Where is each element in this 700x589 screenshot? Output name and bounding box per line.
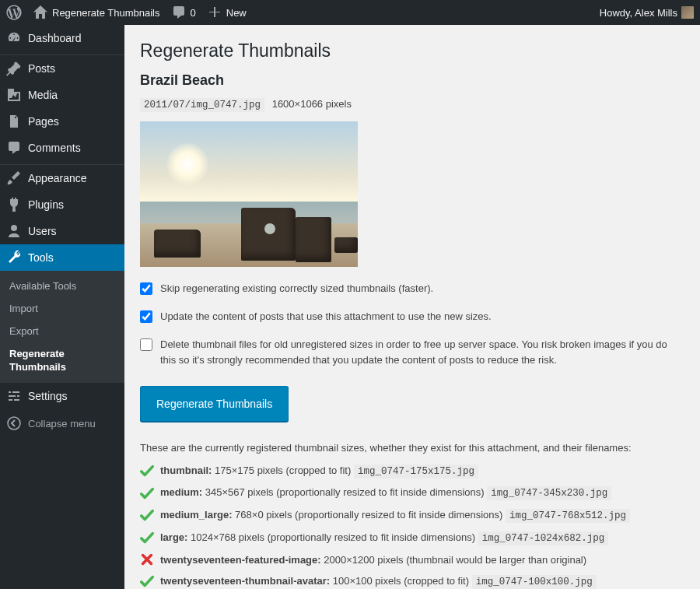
sidebar-item-plugins[interactable]: Plugins bbox=[0, 191, 124, 218]
plug-icon bbox=[6, 197, 22, 212]
checkbox-delete-label: Delete thumbnail files for old unregiste… bbox=[160, 337, 684, 368]
size-filename: img_0747-768x512.jpg bbox=[506, 509, 630, 523]
comment-icon bbox=[171, 5, 187, 20]
sidebar-label: Appearance bbox=[28, 172, 87, 184]
checkmark-icon bbox=[140, 531, 154, 545]
page-content: Regenerate Thumbnails Brazil Beach 2011/… bbox=[124, 25, 700, 589]
size-name: twentyseventeen-thumbnail-avatar: bbox=[160, 575, 330, 587]
checkbox-skip-existing[interactable] bbox=[140, 282, 152, 295]
comments-count: 0 bbox=[191, 7, 196, 19]
admin-sidebar: Dashboard Posts Media Pages Comments App… bbox=[0, 25, 124, 589]
checkmark-icon bbox=[140, 464, 154, 478]
sidebar-item-posts[interactable]: Posts bbox=[0, 55, 124, 82]
collapse-icon bbox=[6, 415, 22, 431]
admin-bar: Regenerate Thumbnails 0 New Howdy, Alex … bbox=[0, 0, 700, 25]
sidebar-label: Pages bbox=[28, 115, 59, 128]
file-path: 2011/07/img_0747.jpg bbox=[140, 98, 264, 112]
file-info: 2011/07/img_0747.jpg 1600×1066 pixels bbox=[140, 98, 684, 110]
wordpress-logo-icon[interactable] bbox=[6, 5, 22, 20]
size-name: medium: bbox=[160, 486, 202, 498]
size-text: thumbnail: 175×175 pixels (cropped to fi… bbox=[160, 463, 684, 479]
sidebar-label: Plugins bbox=[28, 198, 64, 211]
sidebar-label: Media bbox=[28, 89, 58, 101]
sizes-intro: These are the currently registered thumb… bbox=[140, 442, 684, 454]
attachment-preview bbox=[140, 121, 358, 267]
page-title: Regenerate Thumbnails bbox=[140, 40, 684, 61]
sidebar-item-settings[interactable]: Settings bbox=[0, 383, 124, 409]
size-row: twentyseventeen-featured-image: 2000×120… bbox=[140, 552, 684, 568]
submenu-item-available-tools[interactable]: Available Tools bbox=[0, 275, 124, 298]
media-icon bbox=[6, 87, 22, 103]
size-row: large: 1024×768 pixels (proportionally r… bbox=[140, 530, 684, 546]
user-icon bbox=[6, 223, 22, 239]
checkmark-icon bbox=[140, 508, 154, 522]
submenu-item-import[interactable]: Import bbox=[0, 298, 124, 321]
site-name: Regenerate Thumbnails bbox=[52, 7, 160, 19]
file-dimensions: 1600×1066 pixels bbox=[272, 98, 352, 110]
sidebar-item-users[interactable]: Users bbox=[0, 218, 124, 244]
wrench-icon bbox=[6, 250, 22, 265]
sidebar-label: Dashboard bbox=[28, 32, 82, 44]
sidebar-item-comments[interactable]: Comments bbox=[0, 135, 124, 161]
sizes-list: thumbnail: 175×175 pixels (cropped to fi… bbox=[140, 463, 684, 589]
sidebar-label: Users bbox=[28, 225, 57, 237]
site-link[interactable]: Regenerate Thumbnails bbox=[33, 5, 160, 20]
size-row: twentyseventeen-thumbnail-avatar: 100×10… bbox=[140, 573, 684, 589]
size-text: medium: 345×567 pixels (proportionally r… bbox=[160, 485, 684, 501]
checkbox-update-posts[interactable] bbox=[140, 310, 152, 323]
svg-point-0 bbox=[8, 417, 20, 429]
account-link[interactable]: Howdy, Alex Mills bbox=[600, 6, 694, 19]
size-row: medium: 345×567 pixels (proportionally r… bbox=[140, 485, 684, 501]
sidebar-item-media[interactable]: Media bbox=[0, 82, 124, 108]
new-label: New bbox=[226, 7, 247, 19]
sliders-icon bbox=[6, 388, 22, 404]
checkbox-update-label: Update the content of posts that use thi… bbox=[160, 309, 684, 324]
sidebar-item-tools[interactable]: Tools bbox=[0, 244, 124, 271]
cross-icon bbox=[140, 552, 154, 566]
size-filename: img_0747-345x230.jpg bbox=[487, 486, 611, 500]
comments-link[interactable]: 0 bbox=[171, 5, 196, 20]
pin-icon bbox=[6, 61, 22, 76]
avatar bbox=[681, 6, 694, 19]
sidebar-item-pages[interactable]: Pages bbox=[0, 108, 124, 135]
plus-icon bbox=[207, 5, 222, 20]
size-row: medium_large: 768×0 pixels (proportional… bbox=[140, 507, 684, 524]
checkmark-icon bbox=[140, 574, 154, 588]
sidebar-item-dashboard[interactable]: Dashboard bbox=[0, 25, 124, 51]
home-icon bbox=[33, 5, 48, 20]
page-icon bbox=[6, 114, 22, 129]
checkmark-icon bbox=[140, 486, 154, 500]
size-name: medium_large: bbox=[160, 509, 232, 521]
comment-icon bbox=[6, 140, 22, 156]
submenu-item-regenerate[interactable]: Regenerate Thumbnails bbox=[0, 343, 124, 379]
size-text: large: 1024×768 pixels (proportionally r… bbox=[160, 530, 684, 546]
checkbox-delete-old[interactable] bbox=[140, 338, 152, 351]
submenu-item-export[interactable]: Export bbox=[0, 321, 124, 343]
attachment-title: Brazil Beach bbox=[140, 72, 684, 89]
size-row: thumbnail: 175×175 pixels (cropped to fi… bbox=[140, 463, 684, 479]
size-name: thumbnail: bbox=[160, 465, 212, 476]
size-name: twentyseventeen-featured-image: bbox=[160, 554, 321, 566]
checkbox-skip-label: Skip regenerating existing correctly siz… bbox=[160, 281, 684, 296]
howdy-text: Howdy, Alex Mills bbox=[600, 7, 677, 19]
sidebar-label: Tools bbox=[28, 251, 54, 264]
regenerate-button[interactable]: Regenerate Thumbnails bbox=[140, 386, 289, 422]
sidebar-item-appearance[interactable]: Appearance bbox=[0, 165, 124, 191]
collapse-menu[interactable]: Collapse menu bbox=[0, 409, 124, 437]
collapse-label: Collapse menu bbox=[28, 418, 96, 429]
dashboard-icon bbox=[6, 30, 22, 46]
size-text: twentyseventeen-featured-image: 2000×120… bbox=[160, 552, 684, 568]
size-text: medium_large: 768×0 pixels (proportional… bbox=[160, 507, 684, 524]
new-link[interactable]: New bbox=[207, 5, 247, 20]
sidebar-label: Settings bbox=[28, 390, 68, 402]
size-filename: img_0747-175x175.jpg bbox=[354, 465, 478, 479]
sidebar-label: Posts bbox=[28, 62, 55, 75]
brush-icon bbox=[6, 170, 22, 186]
tools-submenu: Available Tools Import Export Regenerate… bbox=[0, 271, 124, 383]
size-filename: img_0747-100x100.jpg bbox=[472, 575, 597, 589]
size-filename: img_0747-1024x682.jpg bbox=[478, 531, 609, 545]
size-name: large: bbox=[160, 531, 187, 543]
size-text: twentyseventeen-thumbnail-avatar: 100×10… bbox=[160, 573, 684, 589]
sidebar-label: Comments bbox=[28, 142, 81, 154]
